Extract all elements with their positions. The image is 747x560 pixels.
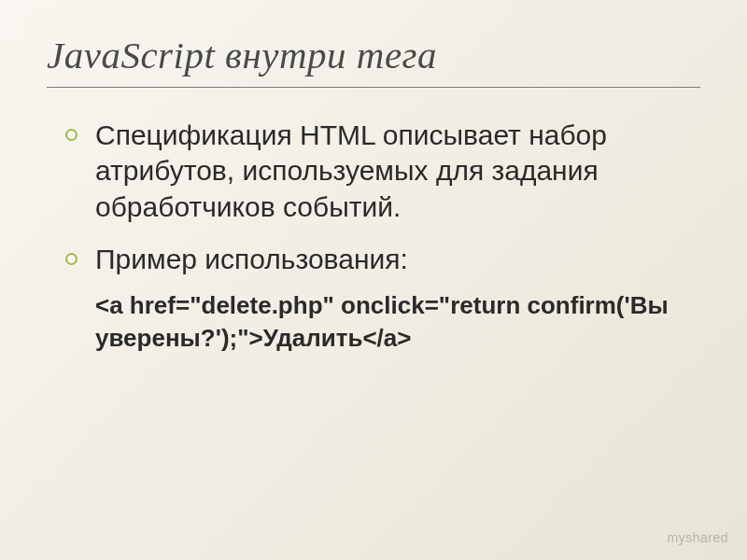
bullet-text-2: Пример использования: (95, 244, 408, 274)
watermark-part1: my (668, 530, 686, 545)
slide-content: Спецификация HTML описывает набор атрибу… (47, 118, 700, 355)
code-example: <a href="delete.php" onclick="return con… (65, 289, 700, 355)
bullet-item-2: Пример использования: (65, 242, 700, 277)
slide-title: JavaScript внутри тега (47, 33, 700, 88)
bullet-text-1: Спецификация HTML описывает набор атрибу… (95, 119, 607, 222)
bullet-icon (65, 253, 78, 265)
watermark-part2: shared (685, 530, 728, 545)
bullet-icon (65, 129, 78, 141)
bullet-item-1: Спецификация HTML описывает набор атрибу… (65, 118, 700, 225)
slide-container: JavaScript внутри тега Спецификация HTML… (0, 0, 747, 560)
watermark: myshared (668, 530, 728, 545)
